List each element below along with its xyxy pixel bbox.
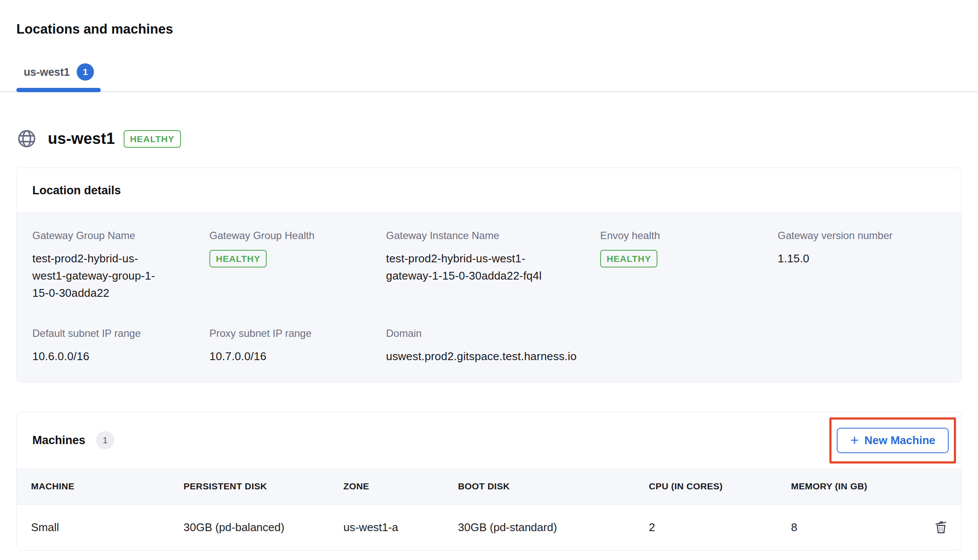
field-value: test-prod2-hybrid-us-west1-gateway-group… bbox=[32, 250, 166, 302]
machines-card: Machines 1 + New Machine MACHINE PERSIST… bbox=[16, 412, 962, 551]
page-title: Locations and machines bbox=[16, 21, 962, 37]
field-label: Domain bbox=[386, 327, 600, 339]
field-label: Proxy subnet IP range bbox=[209, 327, 386, 339]
field-value: test-prod2-hybrid-us-west1-gateway-1-15-… bbox=[386, 250, 567, 284]
locations-page: Locations and machines us-west1 1 us-wes… bbox=[0, 21, 978, 551]
field-gateway-version: Gateway version number 1.15.0 bbox=[778, 230, 946, 302]
field-value: 1.15.0 bbox=[778, 250, 946, 267]
plus-icon: + bbox=[850, 432, 859, 447]
location-details-card-body: Gateway Group Name test-prod2-hybrid-us-… bbox=[17, 212, 961, 382]
field-gateway-group-health: Gateway Group Health HEALTHY bbox=[209, 230, 386, 302]
details-row-1: Gateway Group Name test-prod2-hybrid-us-… bbox=[32, 230, 946, 302]
cell-persistent-disk: 30GB (pd-balanced) bbox=[184, 521, 343, 534]
tab-bar: us-west1 1 bbox=[0, 58, 978, 92]
column-header-zone: ZONE bbox=[343, 481, 458, 492]
location-header: us-west1 HEALTHY bbox=[16, 128, 962, 149]
column-header-boot-disk: BOOT DISK bbox=[458, 481, 649, 492]
tab-us-west1[interactable]: us-west1 1 bbox=[16, 58, 101, 91]
location-status-badge: HEALTHY bbox=[124, 130, 181, 148]
field-value: 10.7.0.0/16 bbox=[209, 348, 386, 365]
trash-icon bbox=[934, 519, 948, 536]
gateway-group-health-badge: HEALTHY bbox=[209, 250, 267, 268]
column-header-persistent-disk: PERSISTENT DISK bbox=[184, 481, 343, 492]
field-value: 10.6.0.0/16 bbox=[32, 348, 209, 365]
new-machine-button[interactable]: + New Machine bbox=[837, 428, 949, 453]
details-row-2: Default subnet IP range 10.6.0.0/16 Prox… bbox=[32, 327, 946, 365]
field-gateway-instance-name: Gateway Instance Name test-prod2-hybrid-… bbox=[386, 230, 600, 302]
field-domain: Domain uswest.prod2.gitspace.test.harnes… bbox=[386, 327, 600, 365]
machines-title: Machines bbox=[32, 434, 85, 447]
field-default-subnet: Default subnet IP range 10.6.0.0/16 bbox=[32, 327, 209, 365]
field-label: Gateway Group Name bbox=[32, 230, 209, 242]
machines-header: Machines 1 + New Machine bbox=[17, 412, 961, 468]
machines-count-badge: 1 bbox=[96, 431, 114, 449]
tab-count-badge: 1 bbox=[77, 63, 94, 81]
column-header-machine: MACHINE bbox=[31, 481, 184, 492]
location-details-card-header: Location details bbox=[17, 168, 961, 212]
field-label: Gateway Group Health bbox=[209, 230, 386, 242]
location-name: us-west1 bbox=[48, 130, 115, 148]
location-details-title: Location details bbox=[32, 184, 946, 197]
globe-icon bbox=[16, 128, 37, 149]
tab-label: us-west1 bbox=[24, 66, 70, 78]
cell-machine: Small bbox=[31, 521, 184, 534]
field-label: Envoy health bbox=[600, 230, 778, 242]
cell-memory: 8 bbox=[791, 521, 922, 534]
machines-title-group: Machines 1 bbox=[32, 431, 114, 449]
field-label: Gateway version number bbox=[778, 230, 946, 242]
field-label: Default subnet IP range bbox=[32, 327, 209, 339]
annotation-highlight-box: + New Machine bbox=[829, 417, 956, 464]
field-gateway-group-name: Gateway Group Name test-prod2-hybrid-us-… bbox=[32, 230, 209, 302]
location-details-card: Location details Gateway Group Name test… bbox=[16, 168, 962, 383]
new-machine-button-label: New Machine bbox=[864, 434, 935, 447]
cell-zone: us-west1-a bbox=[343, 521, 458, 534]
table-row: Small 30GB (pd-balanced) us-west1-a 30GB… bbox=[17, 504, 961, 550]
envoy-health-badge: HEALTHY bbox=[600, 250, 657, 268]
field-envoy-health: Envoy health HEALTHY bbox=[600, 230, 778, 302]
field-label: Gateway Instance Name bbox=[386, 230, 600, 242]
cell-boot-disk: 30GB (pd-standard) bbox=[458, 521, 649, 534]
column-header-cpu: CPU (IN CORES) bbox=[649, 481, 791, 492]
delete-machine-button[interactable] bbox=[934, 519, 948, 536]
cell-cpu: 2 bbox=[649, 521, 791, 534]
field-value: uswest.prod2.gitspace.test.harness.io bbox=[386, 348, 600, 365]
column-header-memory: MEMORY (IN GB) bbox=[791, 481, 922, 492]
field-proxy-subnet: Proxy subnet IP range 10.7.0.0/16 bbox=[209, 327, 386, 365]
machines-table-header: MACHINE PERSISTENT DISK ZONE BOOT DISK C… bbox=[17, 468, 961, 504]
